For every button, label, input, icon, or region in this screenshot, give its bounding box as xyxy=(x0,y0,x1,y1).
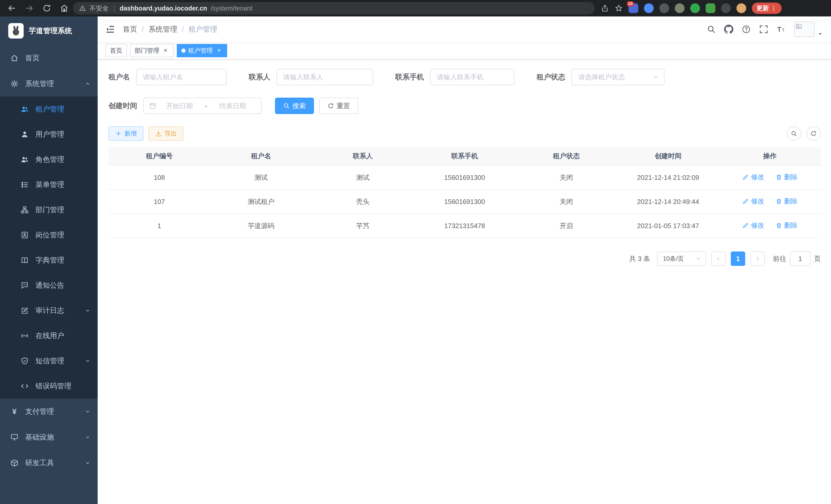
bookmark-star-icon[interactable] xyxy=(614,4,623,12)
sidebar-item-dict[interactable]: 字典管理 xyxy=(0,248,98,273)
sidebar-item-role[interactable]: 角色管理 xyxy=(0,147,98,172)
cell-status: 关闭 xyxy=(515,166,617,189)
extension-icon-green-square[interactable] xyxy=(706,3,715,13)
cell-status: 关闭 xyxy=(515,189,617,214)
sidebar-item-post[interactable]: 岗位管理 xyxy=(0,223,98,248)
mobile-label: 联系手机 xyxy=(395,72,424,82)
sidebar-item-infra[interactable]: 基础设施 xyxy=(0,424,98,450)
sidebar-item-user[interactable]: 用户管理 xyxy=(0,122,98,147)
chrome-update-button[interactable]: 更新 xyxy=(752,3,782,14)
extension-icon-blue[interactable] xyxy=(644,3,654,13)
chevron-up-icon xyxy=(85,81,90,87)
page-number-button[interactable]: 1 xyxy=(731,251,745,266)
create-time-label: 创建时间 xyxy=(109,101,137,111)
tag-tenant-active[interactable]: 租户管理 × xyxy=(177,44,227,57)
delete-button[interactable]: 删除 xyxy=(775,197,798,206)
show-search-toggle-button[interactable] xyxy=(787,126,801,141)
close-icon[interactable]: × xyxy=(162,47,169,54)
kebab-menu-icon[interactable] xyxy=(770,5,777,11)
cell-mobile: 17321315478 xyxy=(414,214,515,238)
profile-avatar-icon[interactable] xyxy=(737,3,746,13)
extension-icon-adblock[interactable]: 10 xyxy=(629,3,638,13)
delete-button[interactable]: 删除 xyxy=(775,173,798,182)
chevron-down-icon xyxy=(85,435,90,440)
sidebar-item-online-user[interactable]: 在线用户 xyxy=(0,323,98,348)
sidebar-item-home[interactable]: 首页 xyxy=(0,45,98,71)
share-icon[interactable] xyxy=(601,4,609,12)
trash-icon xyxy=(775,174,782,181)
chevron-down-icon xyxy=(85,409,90,414)
sidebar-item-dev-tools[interactable]: 研发工具 xyxy=(0,450,98,476)
add-button[interactable]: 新增 xyxy=(109,126,143,141)
not-secure-label: 不安全 xyxy=(89,4,109,12)
tenant-status-select[interactable]: 请选择租户状态 xyxy=(571,69,664,85)
cell-contact: 秃头 xyxy=(312,189,414,214)
app-logo[interactable]: 芋道管理系统 xyxy=(0,17,98,45)
sidebar-toggle-icon[interactable] xyxy=(105,24,115,34)
chevron-left-icon xyxy=(715,256,721,262)
pagination: 共 3 条 10条/页 1 前往 页 xyxy=(109,251,821,266)
sidebar: 芋道管理系统 首页 系统管理 租户管理 用户管理 角色管理 xyxy=(0,17,98,504)
sidebar-item-error-code[interactable]: 错误码管理 xyxy=(0,374,98,399)
close-icon[interactable]: × xyxy=(215,47,223,54)
create-time-range-picker[interactable]: 开始日期 - 结束日期 xyxy=(143,98,262,114)
search-icon[interactable] xyxy=(707,25,716,34)
user-avatar[interactable] xyxy=(794,22,823,37)
goto-label: 前往 xyxy=(773,254,786,263)
contact-input[interactable] xyxy=(277,69,373,85)
sidebar-item-notice[interactable]: 通知公告 xyxy=(0,273,98,298)
mobile-input[interactable] xyxy=(430,69,514,85)
page-size-select[interactable]: 10条/页 xyxy=(657,251,706,266)
sidebar-item-tenant[interactable]: 租户管理 xyxy=(0,97,98,122)
edit-button[interactable]: 修改 xyxy=(742,221,764,230)
refresh-table-button[interactable] xyxy=(806,126,821,141)
image-placeholder-icon xyxy=(796,23,802,30)
fullscreen-icon[interactable] xyxy=(759,25,768,34)
goto-page-input[interactable] xyxy=(790,251,810,266)
extension-icon-dark[interactable] xyxy=(659,3,669,13)
sidebar-item-system[interactable]: 系统管理 xyxy=(0,71,98,97)
browser-reload-button[interactable] xyxy=(42,4,51,13)
edit-button[interactable]: 修改 xyxy=(742,197,764,206)
extension-icon-pinwheel[interactable] xyxy=(721,3,731,13)
breadcrumb-home[interactable]: 首页 xyxy=(123,24,137,34)
reset-button[interactable]: 重置 xyxy=(319,98,358,114)
message-icon xyxy=(21,281,29,290)
search-button[interactable]: 搜索 xyxy=(275,98,314,114)
tag-dept[interactable]: 部门管理 × xyxy=(130,44,174,57)
delete-button[interactable]: 删除 xyxy=(775,221,798,230)
help-icon[interactable] xyxy=(742,25,751,34)
prev-page-button[interactable] xyxy=(711,251,726,266)
browser-home-button[interactable] xyxy=(60,4,69,13)
sidebar-item-audit-log[interactable]: 审计日志 xyxy=(0,298,98,323)
sidebar-item-payment[interactable]: ¥ 支付管理 xyxy=(0,399,98,424)
browser-forward-button[interactable] xyxy=(25,4,34,13)
browser-back-button[interactable] xyxy=(7,4,17,13)
org-tree-icon xyxy=(21,206,29,214)
breadcrumb-system[interactable]: 系统管理 xyxy=(148,24,177,34)
active-dot xyxy=(181,49,185,53)
address-bar[interactable]: 不安全 | dashboard.yudao.iocoder.cn /system… xyxy=(73,2,595,14)
extension-icon-olive[interactable] xyxy=(675,3,685,13)
cell-create-time: 2021-12-14 21:02:09 xyxy=(617,166,719,189)
tenant-name-input[interactable] xyxy=(136,69,227,85)
sidebar-item-dept[interactable]: 部门管理 xyxy=(0,197,98,223)
yen-icon: ¥ xyxy=(10,407,19,416)
sidebar-item-sms[interactable]: 短信管理 xyxy=(0,348,98,374)
chevron-down-icon xyxy=(695,256,701,262)
github-icon[interactable] xyxy=(724,25,733,34)
users-icon xyxy=(21,105,29,113)
edit-button[interactable]: 修改 xyxy=(742,173,764,182)
start-date-placeholder: 开始日期 xyxy=(156,101,203,111)
export-button[interactable]: 导出 xyxy=(148,126,183,141)
tag-home[interactable]: 首页 xyxy=(105,44,127,57)
plus-icon xyxy=(115,130,122,137)
next-page-button[interactable] xyxy=(750,251,765,266)
extension-icon-green-circle[interactable] xyxy=(690,3,700,13)
cell-actions: 修改 删除 xyxy=(719,214,821,238)
cell-tenant-id: 107 xyxy=(109,189,210,214)
url-domain: dashboard.yudao.iocoder.cn xyxy=(120,5,207,12)
trash-icon xyxy=(775,222,782,229)
sidebar-item-menu[interactable]: 菜单管理 xyxy=(0,172,98,197)
font-size-icon[interactable] xyxy=(776,25,786,34)
